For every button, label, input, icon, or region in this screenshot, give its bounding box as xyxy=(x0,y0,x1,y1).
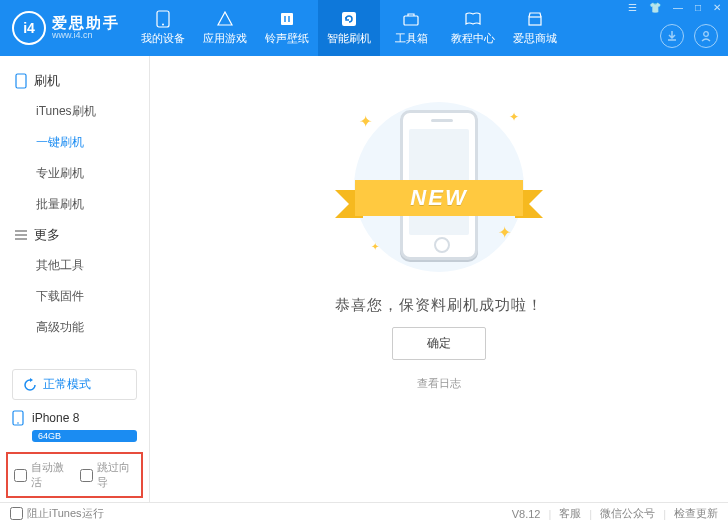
wechat-link[interactable]: 微信公众号 xyxy=(600,506,655,521)
tab-apps[interactable]: 应用游戏 xyxy=(194,0,256,56)
tab-mall-label: 爱思商城 xyxy=(513,31,557,46)
auto-activate-checkbox[interactable]: 自动激活 xyxy=(14,460,70,490)
skip-guide-checkbox[interactable]: 跳过向导 xyxy=(80,460,136,490)
list-icon xyxy=(14,228,28,242)
version-label: V8.12 xyxy=(512,508,541,520)
svg-point-6 xyxy=(704,32,709,37)
tab-device-label: 我的设备 xyxy=(141,31,185,46)
block-itunes-checkbox[interactable]: 阻止iTunes运行 xyxy=(10,506,104,521)
sidebar-more-title: 更多 xyxy=(34,226,60,244)
refresh-icon xyxy=(23,378,37,392)
tab-tutorial-label: 教程中心 xyxy=(451,31,495,46)
svg-rect-2 xyxy=(281,13,293,25)
sidebar-item-pro[interactable]: 专业刷机 xyxy=(36,158,149,189)
sidebar-item-oneclick[interactable]: 一键刷机 xyxy=(36,127,149,158)
options-row: 自动激活 跳过向导 xyxy=(6,452,143,498)
tab-ringtone-label: 铃声壁纸 xyxy=(265,31,309,46)
main-tabs: 我的设备 应用游戏 铃声壁纸 智能刷机 工具箱 教程中心 爱思商城 xyxy=(132,0,566,56)
device-name: iPhone 8 xyxy=(32,411,79,425)
book-icon xyxy=(464,10,482,28)
tab-flash-label: 智能刷机 xyxy=(327,31,371,46)
success-message: 恭喜您，保资料刷机成功啦！ xyxy=(335,296,543,315)
view-log-link[interactable]: 查看日志 xyxy=(417,376,461,391)
sidebar-item-itunes[interactable]: iTunes刷机 xyxy=(36,96,149,127)
status-bar: 阻止iTunes运行 V8.12 | 客服 | 微信公众号 | 检查更新 xyxy=(0,502,728,524)
support-link[interactable]: 客服 xyxy=(559,506,581,521)
sidebar-item-download-fw[interactable]: 下载固件 xyxy=(36,281,149,312)
device-capacity-badge: 64GB xyxy=(32,430,137,442)
auto-activate-label: 自动激活 xyxy=(31,460,70,490)
skip-guide-label: 跳过向导 xyxy=(97,460,136,490)
toolbox-icon xyxy=(402,10,420,28)
sidebar-flash-title: 刷机 xyxy=(34,72,60,90)
app-logo: i4 爱思助手 www.i4.cn xyxy=(0,11,132,45)
sidebar-item-batch[interactable]: 批量刷机 xyxy=(36,189,149,220)
apps-icon xyxy=(216,10,234,28)
mode-label: 正常模式 xyxy=(43,376,91,393)
svg-rect-3 xyxy=(342,12,356,26)
tab-device[interactable]: 我的设备 xyxy=(132,0,194,56)
tab-mall[interactable]: 爱思商城 xyxy=(504,0,566,56)
user-icon xyxy=(700,30,712,42)
ringtone-icon xyxy=(278,10,296,28)
window-controls: ☰ 👕 — □ ✕ xyxy=(625,0,724,15)
tab-toolbox[interactable]: 工具箱 xyxy=(380,0,442,56)
tab-flash[interactable]: 智能刷机 xyxy=(318,0,380,56)
main-panel: ✦ ✦ ✦ ✦ NEW 恭喜您，保资料刷机成功啦！ 确定 查看日志 xyxy=(150,56,728,502)
minimize-icon[interactable]: — xyxy=(670,0,686,15)
svg-rect-5 xyxy=(529,17,541,25)
ribbon-text: NEW xyxy=(355,180,523,216)
app-body: 刷机 iTunes刷机 一键刷机 专业刷机 批量刷机 更多 其他工具 下载固件 … xyxy=(0,56,728,502)
confirm-button[interactable]: 确定 xyxy=(392,327,486,360)
sidebar-item-advanced[interactable]: 高级功能 xyxy=(36,312,149,343)
brand-subtitle: www.i4.cn xyxy=(52,31,120,41)
download-button[interactable] xyxy=(660,24,684,48)
tab-ringtone[interactable]: 铃声壁纸 xyxy=(256,0,318,56)
sidebar: 刷机 iTunes刷机 一键刷机 专业刷机 批量刷机 更多 其他工具 下载固件 … xyxy=(0,56,150,502)
logo-icon: i4 xyxy=(12,11,46,45)
brand-title: 爱思助手 xyxy=(52,15,120,32)
svg-rect-4 xyxy=(404,16,418,25)
svg-point-1 xyxy=(162,24,164,26)
app-header: i4 爱思助手 www.i4.cn 我的设备 应用游戏 铃声壁纸 智能刷机 工具… xyxy=(0,0,728,56)
tab-tutorial[interactable]: 教程中心 xyxy=(442,0,504,56)
sidebar-section-flash[interactable]: 刷机 xyxy=(0,66,149,96)
device-block[interactable]: iPhone 8 64GB xyxy=(0,404,149,452)
user-button[interactable] xyxy=(694,24,718,48)
check-update-link[interactable]: 检查更新 xyxy=(674,506,718,521)
success-illustration: ✦ ✦ ✦ ✦ NEW xyxy=(319,92,559,282)
tshirt-icon[interactable]: 👕 xyxy=(646,0,664,15)
tab-toolbox-label: 工具箱 xyxy=(395,31,428,46)
maximize-icon[interactable]: □ xyxy=(692,0,704,15)
flash-icon xyxy=(340,10,358,28)
mode-button[interactable]: 正常模式 xyxy=(12,369,137,400)
header-actions xyxy=(660,24,718,48)
tab-apps-label: 应用游戏 xyxy=(203,31,247,46)
svg-point-9 xyxy=(17,422,19,424)
device-icon xyxy=(12,410,24,426)
sidebar-item-other-tools[interactable]: 其他工具 xyxy=(36,250,149,281)
store-icon xyxy=(526,10,544,28)
phone-icon xyxy=(154,10,172,28)
close-icon[interactable]: ✕ xyxy=(710,0,724,15)
svg-rect-7 xyxy=(16,74,26,88)
block-itunes-label: 阻止iTunes运行 xyxy=(27,506,104,521)
menu-icon[interactable]: ☰ xyxy=(625,0,640,15)
sidebar-section-more[interactable]: 更多 xyxy=(0,220,149,250)
phone-outline-icon xyxy=(14,74,28,88)
download-icon xyxy=(666,30,678,42)
